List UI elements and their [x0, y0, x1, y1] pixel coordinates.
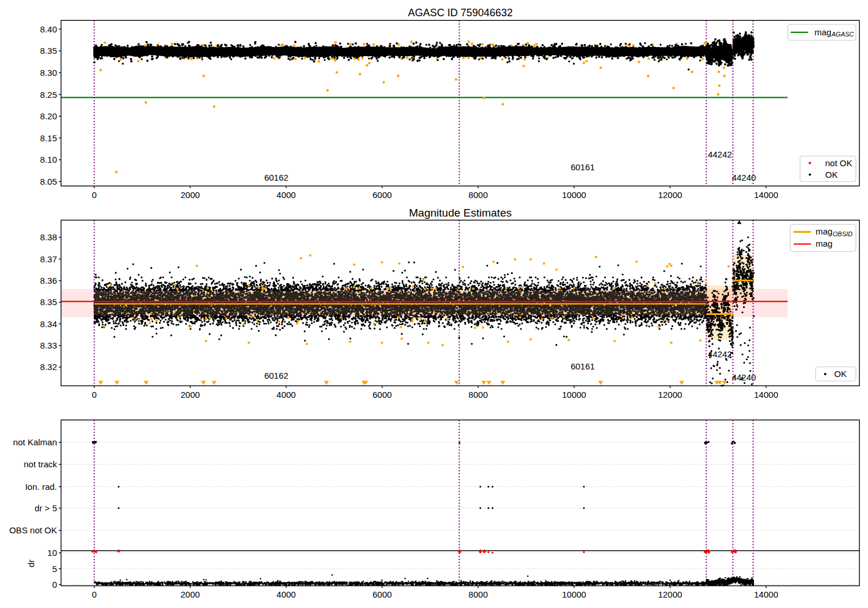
svg-text:Ion. rad.: Ion. rad. [25, 482, 57, 492]
svg-text:dr > 5: dr > 5 [35, 503, 57, 513]
svg-text:12000: 12000 [658, 589, 682, 599]
svg-text:OK: OK [834, 369, 847, 379]
svg-text:8.35: 8.35 [40, 297, 57, 307]
svg-text:60162: 60162 [264, 173, 289, 182]
svg-text:not track: not track [24, 459, 57, 469]
svg-text:0: 0 [92, 390, 97, 400]
svg-text:2000: 2000 [181, 589, 200, 599]
svg-text:8.34: 8.34 [40, 319, 57, 329]
svg-text:8000: 8000 [469, 190, 488, 200]
svg-text:8000: 8000 [469, 589, 488, 599]
svg-text:14000: 14000 [754, 589, 778, 599]
svg-text:8000: 8000 [469, 390, 488, 400]
svg-text:not OK: not OK [825, 158, 852, 168]
svg-text:AGASC ID 759046632: AGASC ID 759046632 [408, 7, 513, 19]
svg-text:10000: 10000 [562, 390, 586, 400]
svg-text:60162: 60162 [264, 371, 289, 380]
svg-text:44240: 44240 [732, 173, 756, 182]
svg-text:OBSID: OBSID [833, 230, 852, 237]
svg-text:8.38: 8.38 [40, 232, 57, 242]
svg-text:8.36: 8.36 [40, 276, 57, 285]
svg-text:6000: 6000 [373, 190, 392, 200]
svg-text:2000: 2000 [181, 190, 200, 200]
svg-text:8.40: 8.40 [40, 24, 57, 34]
svg-text:12000: 12000 [658, 390, 682, 400]
svg-text:14000: 14000 [754, 190, 778, 200]
svg-text:Magnitude Estimates: Magnitude Estimates [409, 207, 512, 219]
svg-text:8.20: 8.20 [40, 111, 57, 121]
svg-text:60161: 60161 [571, 361, 595, 371]
svg-text:14000: 14000 [754, 390, 778, 400]
svg-text:OK: OK [825, 170, 838, 180]
svg-text:8.33: 8.33 [40, 340, 57, 350]
svg-text:mag: mag [816, 226, 833, 236]
svg-text:mag: mag [816, 239, 833, 248]
svg-text:12000: 12000 [658, 190, 682, 200]
svg-text:8.30: 8.30 [40, 68, 57, 78]
svg-text:dr: dr [26, 559, 36, 567]
svg-text:10000: 10000 [562, 589, 586, 599]
svg-text:8.25: 8.25 [40, 90, 57, 100]
svg-text:4000: 4000 [277, 390, 296, 400]
svg-text:5: 5 [52, 564, 57, 574]
svg-text:4000: 4000 [277, 190, 296, 200]
svg-text:6000: 6000 [373, 589, 392, 599]
svg-text:0: 0 [92, 589, 97, 599]
svg-text:8.32: 8.32 [40, 362, 57, 372]
svg-text:AGASC: AGASC [831, 31, 854, 38]
svg-text:8.15: 8.15 [40, 133, 57, 143]
svg-text:8.35: 8.35 [40, 46, 57, 56]
svg-text:10000: 10000 [562, 190, 586, 200]
svg-text:44240: 44240 [732, 372, 756, 382]
svg-text:0: 0 [92, 190, 97, 200]
svg-text:8.05: 8.05 [40, 177, 57, 186]
svg-text:8.37: 8.37 [40, 254, 57, 264]
svg-text:8.10: 8.10 [40, 155, 57, 164]
svg-text:mag: mag [815, 27, 832, 37]
svg-text:10: 10 [47, 548, 57, 558]
svg-text:2000: 2000 [181, 390, 200, 400]
svg-text:6000: 6000 [373, 390, 392, 400]
svg-text:44242: 44242 [708, 149, 732, 159]
svg-text:not Kalman: not Kalman [13, 437, 57, 447]
svg-text:4000: 4000 [277, 589, 296, 599]
svg-text:60161: 60161 [571, 162, 595, 172]
svg-text:OBS not OK: OBS not OK [9, 525, 57, 535]
svg-text:0: 0 [52, 580, 57, 589]
svg-text:44242: 44242 [708, 349, 732, 359]
